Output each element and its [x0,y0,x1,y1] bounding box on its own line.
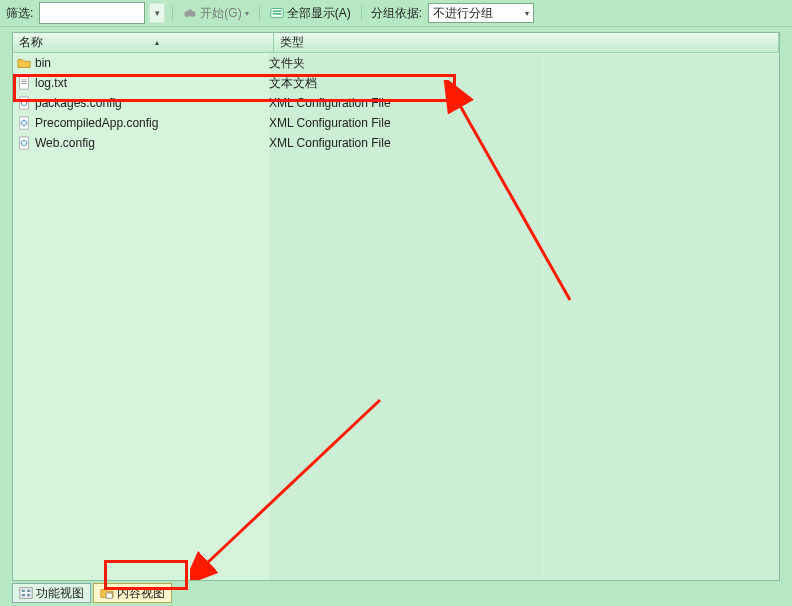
svg-rect-4 [272,10,281,12]
svg-rect-18 [27,590,31,593]
tab-content-label: 内容视图 [117,585,165,602]
show-all-icon [270,6,284,20]
svg-rect-5 [272,13,281,15]
toolbar-separator [361,5,362,21]
column-type-label: 类型 [280,34,304,51]
table-row[interactable]: PrecompiledApp.config XML Configuration … [13,113,779,133]
file-name: log.txt [35,76,67,90]
grid-header: 名称 ▴ 类型 [13,33,779,53]
toolbar-separator [172,5,173,21]
tab-features-view[interactable]: 功能视图 [12,583,91,603]
file-type: 文件夹 [269,56,305,70]
svg-rect-2 [189,10,193,13]
show-all-label: 全部显示(A) [287,5,351,22]
group-by-combo[interactable]: 不进行分组 ▾ [428,3,534,23]
start-button[interactable]: 开始(G) ▾ [180,5,251,22]
file-name: bin [35,56,51,70]
tab-features-label: 功能视图 [36,585,84,602]
table-row[interactable]: packages.config XML Configuration File [13,93,779,113]
sort-asc-icon: ▴ [155,38,159,47]
chevron-down-icon: ▾ [245,9,249,18]
svg-rect-17 [22,590,26,593]
grid-body: bin 文件夹 log.txt 文本文档 packages.config XML… [13,53,779,580]
svg-rect-19 [22,594,26,597]
config-file-icon [17,116,31,130]
svg-rect-8 [21,81,26,82]
svg-rect-16 [20,588,32,599]
filter-dropdown-button[interactable]: ▾ [149,3,165,23]
folder-icon [17,56,31,70]
group-by-value: 不进行分组 [433,5,493,22]
config-file-icon [17,136,31,150]
toolbar: 筛选: ▾ 开始(G) ▾ 全部显示(A) 分组依据: 不进行分组 ▾ [0,0,792,27]
filter-label: 筛选: [4,5,35,22]
filter-input[interactable] [39,2,145,24]
group-by-label: 分组依据: [369,5,424,22]
table-row[interactable]: bin 文件夹 [13,53,779,73]
column-header-name[interactable]: 名称 ▴ [13,33,274,53]
file-type: XML Configuration File [269,136,391,150]
table-row[interactable]: log.txt 文本文档 [13,73,779,93]
content-view-icon [100,586,114,600]
svg-rect-9 [21,83,26,84]
file-type: XML Configuration File [269,96,391,110]
tab-content-view[interactable]: 内容视图 [93,583,172,603]
text-file-icon [17,76,31,90]
chevron-down-icon: ▾ [155,8,160,18]
file-name: Web.config [35,136,95,150]
table-row[interactable]: Web.config XML Configuration File [13,133,779,153]
svg-rect-21 [106,593,112,598]
bottom-tabs: 功能视图 内容视图 [12,583,172,603]
file-name: PrecompiledApp.config [35,116,158,130]
toolbar-separator [259,5,260,21]
column-name-label: 名称 [19,34,43,51]
binoculars-icon [183,6,197,20]
start-label: 开始(G) [200,5,241,22]
file-grid: 名称 ▴ 类型 bin 文件夹 log.txt 文 [12,32,780,581]
show-all-button[interactable]: 全部显示(A) [267,5,354,22]
file-type: XML Configuration File [269,116,391,130]
file-type: 文本文档 [269,76,317,90]
config-file-icon [17,96,31,110]
file-name: packages.config [35,96,122,110]
column-header-type[interactable]: 类型 [274,33,779,53]
features-view-icon [19,586,33,600]
chevron-down-icon: ▾ [522,6,532,20]
svg-rect-20 [27,594,31,597]
svg-rect-7 [21,80,26,81]
